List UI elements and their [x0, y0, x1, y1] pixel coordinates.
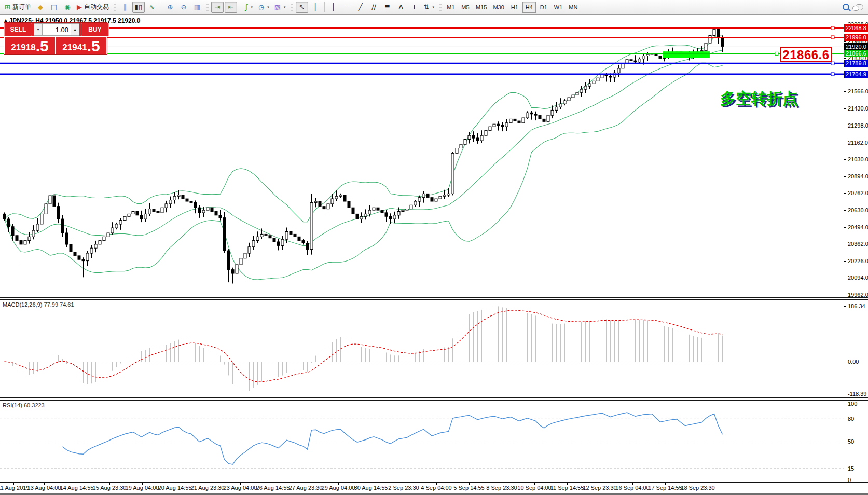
text-button[interactable]: A [395, 2, 407, 13]
zoom-out-icon: ⊖ [181, 4, 186, 10]
time-axis-label: 26 Aug 14:55 [256, 485, 290, 491]
horizontal-line-button[interactable]: ─ [341, 2, 353, 13]
rsi-axis-tick: 15 [848, 465, 854, 472]
buy-button[interactable]: BUY [81, 23, 109, 36]
fibonacci-icon: ≣ [384, 4, 390, 10]
pane-separator-rsi[interactable] [0, 397, 868, 401]
volume-increase-button[interactable]: ▴ [71, 23, 79, 36]
rsi-line [63, 412, 723, 464]
text-label-button[interactable]: T [408, 2, 421, 13]
fibonacci-button[interactable]: ≣ [381, 2, 394, 13]
y-axis-tick: 21566.0 [848, 88, 868, 94]
rsi-value: 60.3223 [24, 402, 45, 408]
window-bottom-edge [0, 493, 868, 495]
navigator-button[interactable]: ◉ [61, 2, 74, 13]
turning-point-annotation[interactable]: 多空转折点 [720, 88, 798, 109]
indicators-button[interactable]: ƒ▾ [243, 2, 255, 13]
templates-button[interactable]: ▧▾ [272, 2, 288, 13]
timeframe-d1-button[interactable]: D1 [537, 2, 550, 13]
chevron-down-icon: ▾ [432, 5, 434, 9]
macd-axis-tick: 186.34 [848, 303, 865, 309]
time-axis-label: 4 Sep 04:00 [421, 485, 451, 491]
zoom-in-button[interactable]: ⊕ [164, 2, 176, 13]
toolbar: ⊞新订单◆▤◉▶自动交易∥▮▯∿⊕⊖▦⇥⇤ƒ▾◷▾▧▾↖┼│─╱∕∕≣AT⇅▾M… [0, 0, 868, 15]
channel-icon: ∕∕ [371, 4, 376, 10]
timeframe-m1-button[interactable]: M1 [444, 2, 458, 13]
arrows-button[interactable]: ⇅▾ [422, 2, 436, 13]
candlestick-chart-button[interactable]: ▮▯ [132, 2, 145, 13]
sell-price-display[interactable]: 21918.5 [4, 36, 56, 54]
time-axis-label: 29 Aug 04:00 [322, 485, 355, 491]
chart-shift-button[interactable]: ⇤ [225, 2, 237, 13]
timeframe-h1-button[interactable]: H1 [508, 2, 521, 13]
search-button[interactable] [839, 2, 852, 13]
equidistant-channel-button[interactable]: ∕∕ [368, 2, 380, 13]
mt4-terminal-window: ⊞新订单◆▤◉▶自动交易∥▮▯∿⊕⊖▦⇥⇤ƒ▾◷▾▧▾↖┼│─╱∕∕≣AT⇅▾M… [0, 0, 868, 495]
autotrading-icon: ▶ [77, 4, 82, 10]
profile-icon: ◆ [38, 4, 43, 10]
toolbar-separator [324, 2, 325, 12]
macd-histogram [5, 306, 723, 392]
line-anchor-marker[interactable] [831, 26, 834, 30]
crosshair-button[interactable]: ┼ [309, 2, 322, 13]
price-line-badge: 21996.0 [844, 34, 868, 41]
bollinger-lower-band [5, 63, 723, 280]
periods-icon: ◷ [258, 4, 264, 10]
time-axis-label: 5 Sep 14:55 [453, 485, 484, 491]
toolbar-drag-handle [291, 3, 293, 12]
time-axis-label: 16 Sep 04:00 [615, 485, 649, 491]
timeframe-m30-button[interactable]: M30 [490, 2, 506, 13]
trendline-button[interactable]: ╱ [354, 2, 367, 13]
rsi-pane[interactable] [0, 401, 844, 482]
candles-icon: ▮▯ [135, 4, 142, 10]
time-axis-label: 27 Aug 23:30 [289, 485, 323, 491]
price-line-badge: 21866.6 [844, 50, 868, 57]
macd-values: 77.99 74.61 [44, 301, 74, 308]
toolbar-separator [240, 2, 240, 12]
new-order-button[interactable]: ⊞新订单 [3, 2, 33, 13]
line-anchor-marker[interactable] [831, 62, 834, 65]
tile-windows-button[interactable]: ▦ [191, 2, 203, 13]
sell-button[interactable]: SELL [4, 23, 32, 36]
zoom-out-button[interactable]: ⊖ [177, 2, 190, 13]
time-axis-label: 20 Aug 14:55 [158, 485, 192, 491]
main-chart-pane[interactable] [0, 16, 844, 297]
timeframe-m15-button[interactable]: M15 [473, 2, 489, 13]
price-axis[interactable]: 22098.021966.021830.021566.021430.021298… [844, 16, 868, 482]
time-axis[interactable]: 11 Aug 201913 Aug 04:0014 Aug 14:5515 Au… [0, 482, 868, 493]
timeframe-w1-button[interactable]: W1 [552, 2, 566, 13]
y-axis-tick: 20094.0 [848, 274, 868, 281]
charts-profile-button[interactable]: ◆ [34, 2, 47, 13]
y-axis-tick: 20494.0 [848, 224, 868, 230]
pane-separator-macd[interactable] [0, 297, 868, 300]
bar-chart-button[interactable]: ∥ [119, 2, 131, 13]
highlight-zone-rectangle[interactable] [663, 51, 710, 58]
auto-scroll-button[interactable]: ⇥ [211, 2, 224, 13]
timeframe-m5-button[interactable]: M5 [459, 2, 472, 13]
macd-pane[interactable] [0, 300, 844, 397]
line-chart-button[interactable]: ∿ [146, 2, 158, 13]
y-axis-tick: 20362.0 [848, 241, 868, 247]
collapse-chart-icon[interactable]: ▲ [4, 18, 7, 23]
time-axis-label: 10 Sep 04:00 [517, 485, 551, 491]
line-anchor-marker[interactable] [831, 73, 834, 76]
cursor-button[interactable]: ↖ [296, 2, 308, 13]
autotrading-button[interactable]: ▶自动交易 [75, 2, 111, 13]
rsi-label: RSI(14) [3, 402, 22, 408]
buy-price-display[interactable]: 21941.5 [56, 36, 107, 54]
price-callout-box[interactable]: 21866.6 [780, 47, 832, 62]
time-axis-label: 12 Sep 23:30 [583, 485, 616, 491]
line-anchor-marker[interactable] [775, 52, 778, 55]
periods-button[interactable]: ◷▾ [256, 2, 271, 13]
time-axis-label: 13 Aug 04:00 [27, 485, 61, 491]
volume-decrease-button[interactable]: ▾ [34, 23, 43, 36]
horizontal-line-icon: ─ [345, 4, 349, 10]
market-watch-button[interactable]: ▤ [48, 2, 60, 13]
timeframe-mn-button[interactable]: MN [566, 2, 580, 13]
vertical-line-button[interactable]: │ [327, 2, 340, 13]
chat-button[interactable] [853, 2, 865, 13]
line-anchor-marker[interactable] [831, 36, 834, 39]
timeframe-h4-button[interactable]: H4 [522, 2, 536, 13]
volume-input[interactable] [43, 23, 71, 36]
templates-icon: ▧ [274, 4, 281, 10]
